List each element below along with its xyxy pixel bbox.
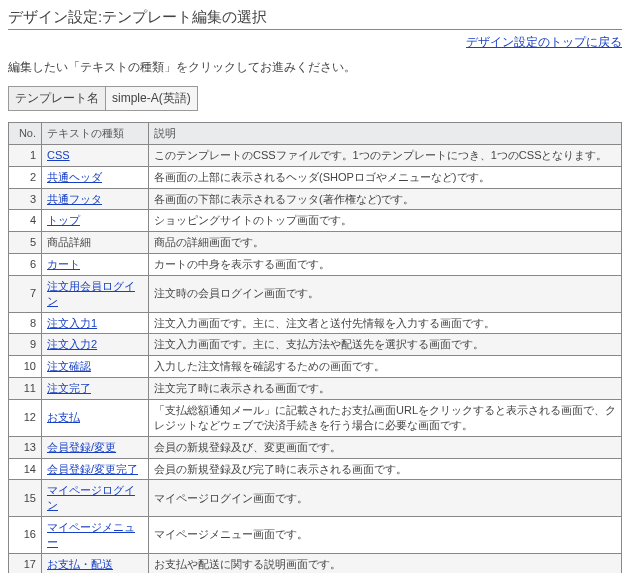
template-name-box: テンプレート名 simple-A(英語) bbox=[8, 86, 198, 111]
row-type-cell: トップ bbox=[42, 210, 149, 232]
page-title: デザイン設定:テンプレート編集の選択 bbox=[8, 8, 622, 27]
back-to-top-link[interactable]: デザイン設定のトップに戻る bbox=[466, 35, 622, 49]
row-type-cell: 共通ヘッダ bbox=[42, 166, 149, 188]
table-row: 6カートカートの中身を表示する画面です。 bbox=[9, 254, 622, 276]
template-type-link[interactable]: お支払・配送 bbox=[47, 558, 113, 570]
table-row: 10注文確認入力した注文情報を確認するための画面です。 bbox=[9, 356, 622, 378]
column-header-no: No. bbox=[9, 123, 42, 145]
row-type-cell: 注文確認 bbox=[42, 356, 149, 378]
row-type-cell: CSS bbox=[42, 144, 149, 166]
row-description: 注文完了時に表示される画面です。 bbox=[149, 378, 622, 400]
table-row: 2共通ヘッダ各画面の上部に表示されるヘッダ(SHOPロゴやメニューなど)です。 bbox=[9, 166, 622, 188]
row-number: 9 bbox=[9, 334, 42, 356]
row-number: 6 bbox=[9, 254, 42, 276]
row-type-cell: 共通フッタ bbox=[42, 188, 149, 210]
row-type-cell: 注文入力1 bbox=[42, 312, 149, 334]
table-row: 8注文入力1注文入力画面です。主に、注文者と送付先情報を入力する画面です。 bbox=[9, 312, 622, 334]
row-number: 12 bbox=[9, 399, 42, 436]
table-row: 15マイページログインマイページログイン画面です。 bbox=[9, 480, 622, 517]
row-type-cell: 商品詳細 bbox=[42, 232, 149, 254]
template-type-link[interactable]: 注文完了 bbox=[47, 382, 91, 394]
row-type-cell: マイページログイン bbox=[42, 480, 149, 517]
row-type-cell: 会員登録/変更 bbox=[42, 436, 149, 458]
row-type-cell: 会員登録/変更完了 bbox=[42, 458, 149, 480]
row-number: 13 bbox=[9, 436, 42, 458]
template-list-table: No. テキストの種類 説明 1CSSこのテンプレートのCSSファイルです。1つ… bbox=[8, 122, 622, 573]
template-type-link[interactable]: 会員登録/変更 bbox=[47, 441, 116, 453]
row-number: 2 bbox=[9, 166, 42, 188]
table-row: 11注文完了注文完了時に表示される画面です。 bbox=[9, 378, 622, 400]
table-row: 4トップショッピングサイトのトップ画面です。 bbox=[9, 210, 622, 232]
row-description: マイページログイン画面です。 bbox=[149, 480, 622, 517]
row-number: 3 bbox=[9, 188, 42, 210]
template-name-label: テンプレート名 bbox=[9, 87, 106, 111]
table-row: 5商品詳細商品の詳細画面です。 bbox=[9, 232, 622, 254]
row-number: 5 bbox=[9, 232, 42, 254]
row-type-cell: 注文入力2 bbox=[42, 334, 149, 356]
row-description: 注文入力画面です。主に、支払方法や配送先を選択する画面です。 bbox=[149, 334, 622, 356]
template-type-link[interactable]: 共通ヘッダ bbox=[47, 171, 102, 183]
template-type-link[interactable]: カート bbox=[47, 258, 80, 270]
row-description: 各画面の下部に表示されるフッタ(著作権など)です。 bbox=[149, 188, 622, 210]
template-type-link[interactable]: 共通フッタ bbox=[47, 193, 102, 205]
row-description: マイページメニュー画面です。 bbox=[149, 517, 622, 554]
template-type-link[interactable]: 注文入力1 bbox=[47, 317, 97, 329]
row-description: このテンプレートのCSSファイルです。1つのテンプレートにつき、1つのCSSとな… bbox=[149, 144, 622, 166]
row-number: 4 bbox=[9, 210, 42, 232]
row-number: 11 bbox=[9, 378, 42, 400]
row-description: 各画面の上部に表示されるヘッダ(SHOPロゴやメニューなど)です。 bbox=[149, 166, 622, 188]
template-type-link[interactable]: マイページメニュー bbox=[47, 521, 135, 548]
row-type-cell: お支払・配送 bbox=[42, 553, 149, 573]
row-description: 「支払総額通知メール」に記載されたお支払画面URLをクリックすると表示される画面… bbox=[149, 399, 622, 436]
table-row: 3共通フッタ各画面の下部に表示されるフッタ(著作権など)です。 bbox=[9, 188, 622, 210]
divider bbox=[8, 29, 622, 30]
table-row: 9注文入力2注文入力画面です。主に、支払方法や配送先を選択する画面です。 bbox=[9, 334, 622, 356]
row-description: カートの中身を表示する画面です。 bbox=[149, 254, 622, 276]
table-row: 12お支払「支払総額通知メール」に記載されたお支払画面URLをクリックすると表示… bbox=[9, 399, 622, 436]
table-row: 13会員登録/変更会員の新規登録及び、変更画面です。 bbox=[9, 436, 622, 458]
row-number: 17 bbox=[9, 553, 42, 573]
row-number: 16 bbox=[9, 517, 42, 554]
row-number: 10 bbox=[9, 356, 42, 378]
row-description: 注文時の会員ログイン画面です。 bbox=[149, 275, 622, 312]
template-type-link[interactable]: マイページログイン bbox=[47, 484, 135, 511]
row-description: ショッピングサイトのトップ画面です。 bbox=[149, 210, 622, 232]
row-type-cell: お支払 bbox=[42, 399, 149, 436]
row-number: 8 bbox=[9, 312, 42, 334]
instruction-text: 編集したい「テキストの種類」をクリックしてお進みください。 bbox=[8, 59, 622, 76]
table-row: 7注文用会員ログイン注文時の会員ログイン画面です。 bbox=[9, 275, 622, 312]
row-description: 注文入力画面です。主に、注文者と送付先情報を入力する画面です。 bbox=[149, 312, 622, 334]
top-link-row: デザイン設定のトップに戻る bbox=[8, 34, 622, 51]
row-number: 7 bbox=[9, 275, 42, 312]
row-number: 15 bbox=[9, 480, 42, 517]
table-row: 1CSSこのテンプレートのCSSファイルです。1つのテンプレートにつき、1つのC… bbox=[9, 144, 622, 166]
table-row: 14会員登録/変更完了会員の新規登録及び完了時に表示される画面です。 bbox=[9, 458, 622, 480]
column-header-desc: 説明 bbox=[149, 123, 622, 145]
table-row: 17お支払・配送お支払や配送に関する説明画面です。 bbox=[9, 553, 622, 573]
template-type-link[interactable]: 注文確認 bbox=[47, 360, 91, 372]
row-description: 会員の新規登録及び完了時に表示される画面です。 bbox=[149, 458, 622, 480]
template-type-link[interactable]: 会員登録/変更完了 bbox=[47, 463, 138, 475]
row-description: 入力した注文情報を確認するための画面です。 bbox=[149, 356, 622, 378]
row-number: 14 bbox=[9, 458, 42, 480]
row-description: 商品の詳細画面です。 bbox=[149, 232, 622, 254]
row-type-cell: カート bbox=[42, 254, 149, 276]
table-row: 16マイページメニューマイページメニュー画面です。 bbox=[9, 517, 622, 554]
column-header-type: テキストの種類 bbox=[42, 123, 149, 145]
row-description: 会員の新規登録及び、変更画面です。 bbox=[149, 436, 622, 458]
template-type-link[interactable]: お支払 bbox=[47, 411, 80, 423]
template-name-value: simple-A(英語) bbox=[106, 87, 198, 111]
template-type-link[interactable]: 注文用会員ログイン bbox=[47, 280, 135, 307]
row-type-cell: 注文完了 bbox=[42, 378, 149, 400]
template-type-link[interactable]: CSS bbox=[47, 149, 70, 161]
row-description: お支払や配送に関する説明画面です。 bbox=[149, 553, 622, 573]
template-type-link[interactable]: トップ bbox=[47, 214, 80, 226]
row-type-cell: 注文用会員ログイン bbox=[42, 275, 149, 312]
template-type-link[interactable]: 注文入力2 bbox=[47, 338, 97, 350]
row-number: 1 bbox=[9, 144, 42, 166]
row-type-cell: マイページメニュー bbox=[42, 517, 149, 554]
